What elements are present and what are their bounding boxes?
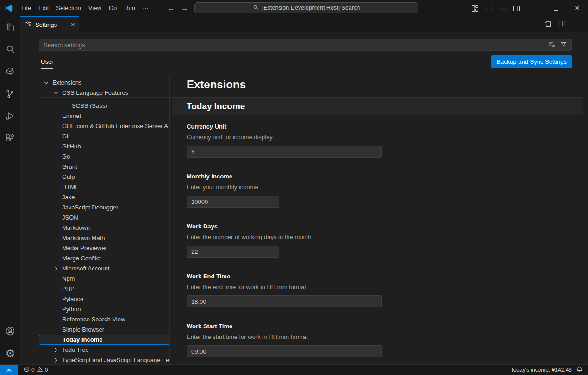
toc-item-label: Todo Tree [62, 345, 89, 355]
chevron-down-icon[interactable] [43, 79, 50, 86]
toc-item-php[interactable]: PHP [39, 284, 169, 294]
toc-item-todo-tree[interactable]: Todo Tree [39, 345, 169, 355]
setting-description: Enter the number of working days in the … [187, 234, 565, 240]
toc-item-today-income[interactable]: Today Income [39, 335, 169, 345]
split-editor-icon[interactable] [558, 20, 566, 29]
menu-item[interactable]: ⋯ [139, 3, 152, 13]
chevron-down-icon[interactable] [52, 89, 60, 97]
account-icon[interactable] [0, 320, 20, 342]
tab-close-icon[interactable]: ✕ [71, 22, 75, 28]
toc-item-emmet[interactable]: Emmet [39, 111, 169, 121]
chevron-right-icon[interactable] [52, 357, 60, 364]
toc-item-extensions[interactable]: Extensions [39, 78, 169, 88]
toc-item-microsoft-account[interactable]: Microsoft Account [39, 264, 169, 274]
back-arrow-icon[interactable]: ← [168, 4, 175, 12]
settings-editor: Search settings User Backup and Sync Set… [20, 32, 588, 364]
menu-view[interactable]: View [85, 3, 105, 13]
toc-item-merge-conflict[interactable]: Merge Conflict [39, 253, 169, 264]
setting-description: Enter your monthly income [187, 184, 565, 191]
notifications-bell-icon[interactable] [576, 366, 583, 374]
toc-item-javascript-debugger[interactable]: JavaScript Debugger [39, 203, 169, 213]
toc-item-json[interactable]: JSON [39, 213, 169, 223]
menu-go[interactable]: Go [105, 3, 120, 13]
toc-item-css-language-features[interactable]: CSS Language Features [39, 88, 169, 98]
toc-item-go[interactable]: Go [39, 152, 169, 162]
toc-item-python[interactable]: Python [39, 304, 169, 314]
remote-indicator[interactable] [0, 365, 18, 375]
menu-file[interactable]: File [18, 3, 35, 13]
setting-label: Work Start Time [187, 323, 565, 330]
run-and-debug-icon[interactable] [0, 105, 20, 127]
vscode-window: FileEditSelectionViewGoRun⋯ ← → [Extensi… [0, 0, 588, 375]
toc-item-label: Jake [62, 192, 75, 203]
source-control-icon[interactable] [0, 83, 20, 105]
menu-selection[interactable]: Selection [52, 3, 84, 13]
open-settings-json-icon[interactable] [544, 20, 552, 29]
customize-layout-icon[interactable] [469, 2, 482, 15]
maximize-button[interactable] [545, 0, 567, 16]
toc-item-reference-search-view[interactable]: Reference Search View [39, 314, 169, 325]
settings-gear-icon[interactable]: ⚙ [0, 342, 20, 364]
status-bar: 0 0 Today's income: ¥142.43 [0, 364, 588, 375]
toc-item-label: Npm [62, 274, 75, 284]
toc-item-markdown[interactable]: Markdown [39, 223, 169, 233]
menu-edit[interactable]: Edit [35, 3, 52, 13]
toc-item-gulp[interactable]: Gulp [39, 172, 169, 182]
currency-unit-input[interactable] [187, 146, 382, 158]
scope-tab-user[interactable]: User [41, 58, 53, 69]
setting-description: Currency unit for income display [187, 134, 565, 141]
toc-item-markdown-math[interactable]: Markdown Math [39, 233, 169, 243]
vscode-logo-icon [4, 4, 13, 12]
toc-item-git[interactable]: Git [39, 131, 169, 141]
work-start-time-input[interactable] [187, 345, 382, 357]
chevron-right-icon[interactable] [52, 265, 60, 272]
toc-item-scss-sass[interactable]: SCSS (Sass) [39, 101, 169, 111]
minimize-button[interactable] [524, 0, 545, 16]
scope-tab-label: User [41, 58, 53, 65]
toggle-primary-sidebar-icon[interactable] [482, 2, 495, 15]
toc-item-grunt[interactable]: Grunt [39, 162, 169, 172]
toc-item-html[interactable]: HTML [39, 182, 169, 192]
toc-item-simple-browser[interactable]: Simple Browser [39, 325, 169, 335]
toc-item-label: JavaScript Debugger [62, 203, 118, 213]
toc-item-npm[interactable]: Npm [39, 274, 169, 284]
toc-sash[interactable] [169, 75, 170, 364]
close-button[interactable]: ✕ [567, 0, 588, 16]
work-end-time-input[interactable] [187, 295, 382, 307]
problems-status[interactable]: 0 0 [21, 366, 50, 374]
toc-item-jake[interactable]: Jake [39, 192, 169, 203]
toc-item-label: HTML [62, 182, 78, 192]
work-days-input[interactable] [187, 246, 279, 258]
toc-item-label: SCSS (Sass) [72, 101, 107, 111]
toc-item-typescript-and-javascript-language-fe[interactable]: TypeScript and JavaScript Language Fe... [39, 355, 169, 365]
forward-arrow-icon[interactable]: → [181, 4, 188, 12]
toc-item-pylance[interactable]: Pylance [39, 294, 169, 304]
toggle-panel-icon[interactable] [496, 2, 509, 15]
section-header: Today Income [172, 98, 583, 115]
setting-description: Enter the end time for work in HH:mm for… [187, 283, 565, 290]
toc-item-github[interactable]: GitHub [39, 141, 169, 152]
section-title: Today Income [187, 101, 245, 111]
toc-item-label: Today Income [63, 335, 102, 345]
toc-item-label: Emmet [62, 111, 81, 121]
history-nav: ← → [168, 0, 188, 16]
chevron-right-icon[interactable] [52, 346, 60, 354]
toggle-secondary-sidebar-icon[interactable] [510, 2, 523, 15]
toc-item-ghe-com-github-enterprise-server-a[interactable]: GHE.com & GitHub Enterprise Server A... [39, 121, 169, 131]
extensions-icon[interactable] [0, 127, 20, 149]
toc-item-label: Pylance [62, 294, 83, 304]
more-actions-icon[interactable]: ··· [572, 20, 581, 28]
tab-settings[interactable]: Settings ✕ [20, 16, 79, 32]
toc-item-label: PHP [62, 284, 75, 294]
today-income-status[interactable]: Today's income: ¥142.43 [511, 367, 572, 373]
command-center[interactable]: [Extension Development Host] Search [194, 2, 418, 13]
monthly-income-input[interactable] [187, 196, 279, 208]
toc-item-label: GHE.com & GitHub Enterprise Server A... [62, 121, 169, 131]
settings-list: Extensions Today Income Currency UnitCur… [172, 32, 583, 364]
toc-item-media-previewer[interactable]: Media Previewer [39, 243, 169, 253]
todo-tree-icon[interactable] [0, 61, 20, 83]
toc-item-label: CSS Language Features [62, 88, 128, 98]
menu-run[interactable]: Run [120, 3, 139, 13]
explorer-icon[interactable] [0, 16, 20, 38]
search-view-icon[interactable] [0, 38, 20, 61]
